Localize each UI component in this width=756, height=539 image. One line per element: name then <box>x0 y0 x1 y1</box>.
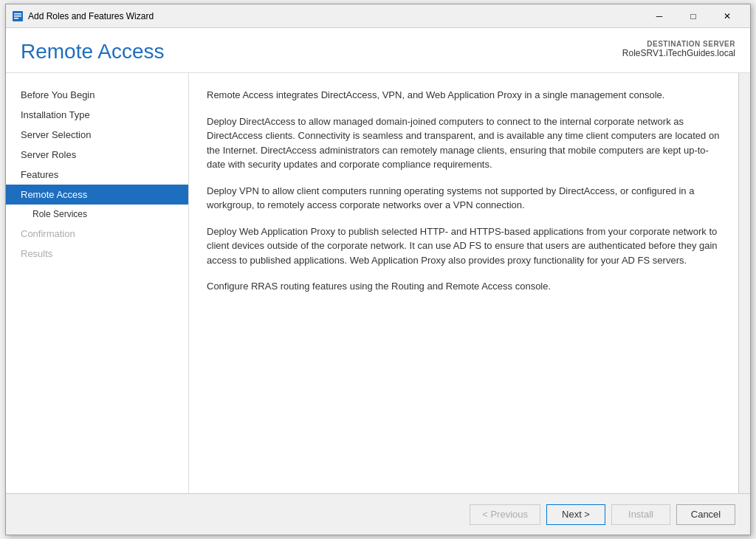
destination-label: DESTINATION SERVER <box>622 40 735 48</box>
scrollbar[interactable] <box>738 73 750 493</box>
install-button[interactable]: Install <box>611 504 670 525</box>
previous-button[interactable]: < Previous <box>470 504 540 525</box>
footer: < Previous Next > Install Cancel <box>6 493 750 535</box>
cancel-button[interactable]: Cancel <box>676 504 735 525</box>
content-paragraph-3: Deploy VPN to allow client computers run… <box>207 184 721 213</box>
sidebar-item-confirmation: Confirmation <box>6 224 188 244</box>
app-icon <box>12 10 24 22</box>
sidebar-item-server-selection[interactable]: Server Selection <box>6 125 188 145</box>
sidebar-item-results: Results <box>6 244 188 264</box>
sidebar-item-before-you-begin[interactable]: Before You Begin <box>6 85 188 105</box>
window-controls: ─ □ ✕ <box>642 4 744 28</box>
right-content: Remote Access integrates DirectAccess, V… <box>189 73 738 493</box>
title-bar: Add Roles and Features Wizard ─ □ ✕ <box>6 4 750 28</box>
content-paragraph-4: Deploy Web Application Proxy to publish … <box>207 224 721 268</box>
svg-rect-2 <box>14 16 21 17</box>
svg-rect-1 <box>14 13 21 15</box>
wizard-window: Add Roles and Features Wizard ─ □ ✕ Remo… <box>5 4 751 535</box>
next-button[interactable]: Next > <box>546 504 605 525</box>
page-title: Remote Access <box>21 40 165 63</box>
content-paragraph-5: Configure RRAS routing features using th… <box>207 279 721 294</box>
destination-server-info: DESTINATION SERVER RoleSRV1.iTechGuides.… <box>622 40 735 58</box>
content-paragraph-1: Remote Access integrates DirectAccess, V… <box>207 88 721 103</box>
sidebar-item-installation-type[interactable]: Installation Type <box>6 105 188 125</box>
svg-rect-3 <box>14 18 18 19</box>
main-area: Before You BeginInstallation TypeServer … <box>6 73 750 493</box>
close-button[interactable]: ✕ <box>710 4 744 28</box>
server-name: RoleSRV1.iTechGuides.local <box>622 48 735 58</box>
minimize-button[interactable]: ─ <box>642 4 676 28</box>
content-paragraph-2: Deploy DirectAccess to allow managed dom… <box>207 114 721 172</box>
page-header: Remote Access DESTINATION SERVER RoleSRV… <box>6 28 750 73</box>
sidebar-item-server-roles[interactable]: Server Roles <box>6 145 188 165</box>
title-bar-text: Add Roles and Features Wizard <box>28 11 642 21</box>
sidebar: Before You BeginInstallation TypeServer … <box>6 73 189 493</box>
maximize-button[interactable]: □ <box>676 4 710 28</box>
sidebar-item-remote-access[interactable]: Remote Access <box>6 185 188 205</box>
sidebar-item-role-services[interactable]: Role Services <box>6 205 188 224</box>
content-area: Remote Access DESTINATION SERVER RoleSRV… <box>6 28 750 493</box>
sidebar-item-features[interactable]: Features <box>6 165 188 185</box>
